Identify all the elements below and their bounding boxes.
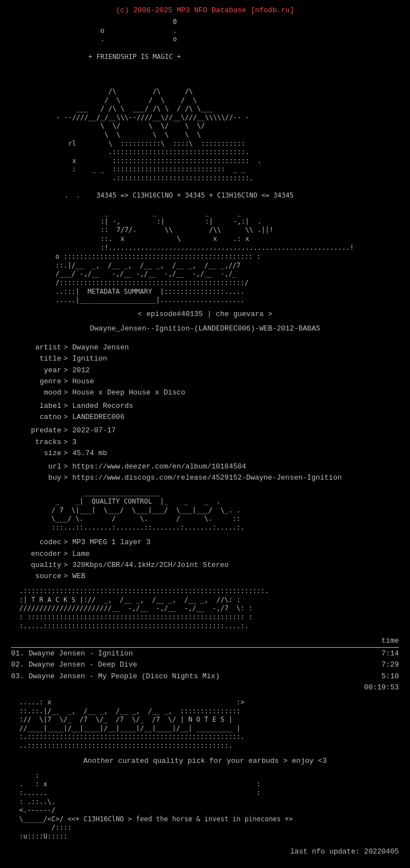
track-row: 02. Dwayne Jensen - Deep Dive 7:29	[11, 660, 399, 670]
year-value: 2012	[72, 366, 90, 376]
tracks-count-row: tracks > 3	[11, 437, 399, 447]
tracks-count-value: 3	[72, 437, 77, 447]
release-title: Dwayne_Jensen--Ignition-(LANDEDREC006)-W…	[11, 324, 399, 334]
size-key: size	[11, 448, 61, 458]
genre-row: genre > House	[11, 377, 399, 387]
track-row: 03. Dwayne Jensen - My People (Disco Nig…	[11, 672, 399, 682]
url-row: url > https://www.deezer.com/en/album/10…	[11, 462, 399, 472]
total-time: 00:19:53	[11, 683, 399, 693]
quality-key: quality	[11, 560, 61, 570]
page-container: (c) 2006-2025 MP3 NFO Database [nfodb.ru…	[11, 6, 399, 857]
tracks-divider	[11, 647, 399, 648]
tracks-count-key: tracks	[11, 437, 61, 447]
ascii-art-top: 0 o . . o + FRIENDSHIP IS MAGIC + /\ /\ …	[11, 18, 399, 253]
predate-value: 2022-07-17	[72, 426, 116, 436]
encoder-row: encoder > Lame	[11, 549, 399, 559]
track-3-time: 5:10	[382, 672, 399, 682]
ascii-art-metadata-banner: o ::::::::::::::::::::::::::::::::::::::…	[11, 253, 399, 305]
mood-value: House x Deep House x Disco	[72, 388, 186, 398]
size-value: 45.74 mb	[72, 448, 107, 458]
encoder-key: encoder	[11, 549, 61, 559]
quality-row: quality > 320Kbps/CBR/44.1kHz/2CH/Joint …	[11, 560, 399, 570]
artist-row: artist > Dwayne Jensen	[11, 343, 399, 353]
copyright-header: (c) 2006-2025 MP3 NFO Database [nfodb.ru…	[11, 6, 399, 16]
genre-value: House	[72, 377, 94, 387]
predate-row: predate > 2022-07-17	[11, 426, 399, 436]
track-2-name: 02. Dwayne Jensen - Deep Dive	[11, 660, 137, 670]
tracks-time-header: time	[11, 636, 399, 646]
encoder-value: Lame	[72, 549, 90, 559]
codec-row: codec > MP3 MPEG 1 layer 3	[11, 537, 399, 548]
url-value: https://www.deezer.com/en/album/10184504	[72, 462, 246, 472]
last-update: last nfo update: 20220405	[11, 847, 399, 857]
catno-key: catno	[11, 412, 61, 422]
ascii-art-tracks-banner: .:::::::::::::::::::::::::::::::::::::::…	[11, 587, 399, 630]
ascii-art-qc-banner: ___________________ _ _| QUALITY CONTROL…	[11, 489, 399, 532]
track-2-time: 7:29	[382, 660, 399, 670]
genre-key: genre	[11, 377, 61, 387]
mood-row: mood > House x Deep House x Disco	[11, 388, 399, 398]
episode-line: < episode#40135 | che guevara >	[11, 309, 399, 319]
track-1-time: 7:14	[382, 649, 399, 659]
notes-text: Another curated quality pick for your ea…	[11, 756, 399, 766]
catno-value: LANDEDREC006	[72, 412, 125, 422]
artist-key: artist	[11, 343, 61, 353]
codec-value: MP3 MPEG 1 layer 3	[72, 537, 150, 548]
artist-value: Dwayne Jensen	[72, 343, 129, 353]
size-row: size > 45.74 mb	[11, 448, 399, 458]
buy-key: buy	[11, 473, 61, 483]
source-row: source > WEB	[11, 571, 399, 581]
label-value: Landed Records	[72, 401, 133, 411]
track-3-name: 03. Dwayne Jensen - My People (Disco Nig…	[11, 672, 219, 682]
label-key: label	[11, 401, 61, 411]
ascii-art-notes-banner: .....: x :> ::.::.|/__ _, /__ _, /__ _, …	[11, 698, 399, 751]
title-row: title > Ignition	[11, 354, 399, 364]
catno-row: catno > LANDEDREC006	[11, 412, 399, 422]
title-key: title	[11, 354, 61, 364]
ascii-art-footer: : . : x : :...... : : .::..\. <.------/ …	[11, 772, 399, 841]
source-value: WEB	[72, 571, 85, 581]
predate-key: predate	[11, 426, 61, 436]
metadata-section: artist > Dwayne Jensen title > Ignition …	[11, 343, 399, 483]
buy-row: buy > https://www.discogs.com/release/45…	[11, 473, 399, 483]
codec-key: codec	[11, 537, 61, 548]
year-key: year	[11, 366, 61, 376]
url-key: url	[11, 462, 61, 472]
year-row: year > 2012	[11, 366, 399, 376]
mood-key: mood	[11, 388, 61, 398]
quality-section: codec > MP3 MPEG 1 layer 3 encoder > Lam…	[11, 537, 399, 581]
source-key: source	[11, 571, 61, 581]
track-row: 01. Dwayne Jensen - Ignition 7:14	[11, 649, 399, 659]
quality-value: 320Kbps/CBR/44.1kHz/2CH/Joint Stereo	[72, 560, 229, 570]
tracks-section: time 01. Dwayne Jensen - Ignition 7:14 0…	[11, 636, 399, 693]
label-row: label > Landed Records	[11, 401, 399, 411]
track-1-name: 01. Dwayne Jensen - Ignition	[11, 649, 133, 659]
title-value: Ignition	[72, 354, 107, 364]
buy-value: https://www.discogs.com/release/4529152-…	[72, 473, 342, 483]
